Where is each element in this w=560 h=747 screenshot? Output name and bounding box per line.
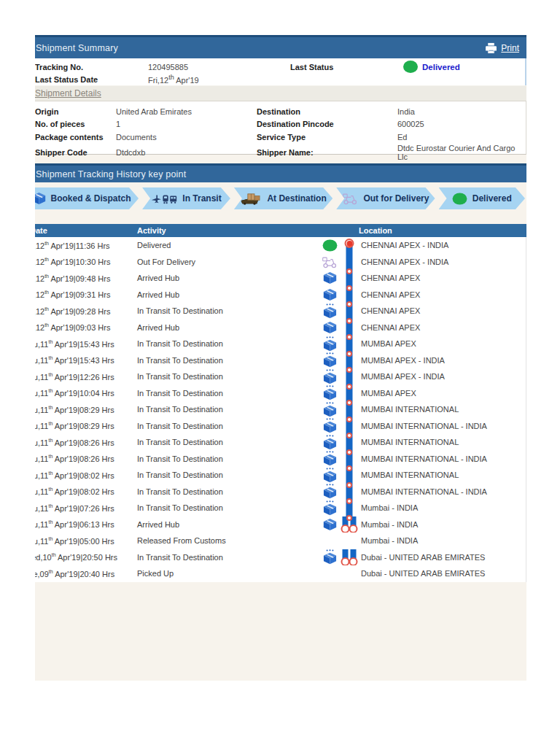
timeline-node (346, 417, 352, 422)
row-date: Thu,11th Apr'19|07:26 Hrs (35, 503, 137, 513)
row-date: Thu,11th Apr'19|10:04 Hrs (35, 388, 137, 398)
details-row: Package contentsDocumentsService TypeEd (35, 131, 526, 144)
box-transit-icon (319, 336, 340, 352)
package-box-transit-icon (323, 303, 337, 319)
delivery-scooter-icon (322, 255, 338, 268)
table-body: Fri,12th Apr'19|11:36 Hrs Delivered CHEN… (35, 237, 526, 582)
row-activity: In Transit To Destination (137, 553, 319, 562)
document-canvas: Shipment Summary Print Tracking No. 1204… (0, 0, 560, 747)
timeline-node (346, 465, 352, 471)
row-activity: In Transit To Destination (137, 356, 319, 365)
timeline-node (346, 318, 352, 324)
details-label: Shipper Name: (257, 148, 397, 157)
delivery-scooter-icon (342, 192, 358, 205)
timeline-node (346, 384, 352, 390)
row-activity: Released From Customs (137, 536, 319, 545)
row-location: Mumbai - INDIA (359, 503, 526, 512)
location-column-header: Location (359, 226, 526, 235)
timeline-node (346, 498, 352, 504)
last-status-date-label: Last Status Date (35, 75, 148, 84)
green-dot-icon (319, 239, 340, 252)
box-icon (319, 271, 340, 285)
package-box-icon (323, 321, 337, 334)
table-row: Tue,09th Apr'19|20:40 Hrs Picked Up Duba… (35, 565, 526, 582)
row-date: Thu,11th Apr'19|05:00 Hrs (35, 536, 137, 546)
row-activity: Arrived Hub (137, 323, 319, 332)
row-activity: In Transit To Destination (137, 503, 319, 512)
table-row: Fri,12th Apr'19|09:03 Hrs Arrived Hub CH… (35, 320, 526, 336)
table-row: Fri,12th Apr'19|09:31 Hrs Arrived Hub CH… (35, 287, 526, 303)
row-date: Fri,12th Apr'19|09:48 Hrs (35, 274, 137, 283)
row-location: Mumbai - INDIA (359, 520, 526, 529)
details-value: United Arab Emirates (116, 107, 257, 116)
timeline-node (346, 334, 352, 340)
details-label: Service Type (257, 133, 397, 142)
table-header-row: Date Activity Location (35, 224, 526, 237)
package-box-transit-icon (323, 402, 337, 417)
timeline-node (346, 367, 352, 373)
row-date: Thu,11th Apr'19|08:02 Hrs (35, 487, 137, 496)
package-box-transit-icon (323, 451, 337, 466)
row-location: CHENNAI APEX (359, 274, 526, 282)
package-box-transit-icon (323, 336, 337, 352)
row-location: CHENNAI APEX (359, 290, 526, 299)
tracking-no-value: 120495885 (148, 63, 279, 71)
details-label: No. of pieces (35, 120, 116, 128)
row-activity: In Transit To Destination (137, 306, 319, 315)
row-date: Thu,11th Apr'19|12:26 Hrs (35, 372, 137, 382)
box-transit-icon (319, 352, 340, 368)
row-activity: In Transit To Destination (137, 405, 319, 414)
details-label: Package contents (35, 133, 116, 142)
row-activity: Arrived Hub (137, 290, 319, 299)
box-icon (319, 518, 340, 531)
row-location: MUMBAI APEX - INDIA (359, 356, 526, 365)
timeline-segment (340, 237, 359, 254)
step-label: In Transit (182, 193, 221, 204)
progress-step-delivered: Delivered (439, 187, 525, 209)
details-value: Dtdc Eurostar Courier And Cargo Llc (397, 144, 526, 161)
row-location: Dubai - UNITED ARAB EMIRATES (359, 553, 526, 562)
row-location: MUMBAI INTERNATIONAL - INDIA (359, 454, 526, 463)
row-activity: Arrived Hub (137, 274, 319, 282)
package-box-transit-icon (323, 549, 337, 565)
progress-steps: Booked & Dispatch In Transit At Destinat… (35, 187, 526, 209)
row-activity: In Transit To Destination (137, 471, 319, 479)
step-label: At Destination (267, 193, 326, 204)
box-transit-icon (319, 468, 340, 483)
row-date: Fri,12th Apr'19|09:28 Hrs (35, 306, 137, 316)
timeline-segment (340, 565, 359, 582)
tracking-no-label: Tracking No. (35, 63, 148, 71)
box-transit-icon (319, 303, 340, 319)
table-row: Thu,11th Apr'19|08:29 Hrs In Transit To … (35, 401, 526, 418)
shipment-summary-header: Shipment Summary Print (35, 35, 526, 58)
details-row: No. of pieces1Destination Pincode600025 (35, 118, 526, 131)
table-row: Thu,11th Apr'19|08:29 Hrs In Transit To … (35, 418, 526, 435)
timeline-segment (340, 533, 359, 549)
shipment-summary-title: Shipment Summary (36, 43, 118, 53)
row-activity: Out For Delivery (137, 258, 319, 266)
table-row: Fri,12th Apr'19|11:36 Hrs Delivered CHEN… (35, 237, 526, 254)
scooter-icon (319, 255, 340, 268)
box-transit-icon (319, 484, 340, 499)
row-location: MUMBAI APEX - INDIA (359, 372, 526, 381)
shipment-summary-body: Tracking No. 120495885 Last Status Deliv… (35, 58, 526, 85)
print-label: Print (501, 43, 519, 53)
box-transit-icon (319, 435, 340, 450)
progress-step-at-destination: At Destination (234, 187, 332, 209)
timeline-node (346, 268, 352, 274)
row-activity: Picked Up (137, 569, 319, 578)
row-activity: Delivered (137, 241, 319, 249)
table-row: Wed,10th Apr'19|20:50 Hrs In Transit To … (35, 549, 526, 566)
progress-step-in-transit: In Transit (142, 187, 230, 209)
package-box-transit-icon (323, 352, 337, 368)
box-on-truck-icon (240, 193, 262, 205)
details-value: India (397, 107, 526, 116)
table-row: Thu,11th Apr'19|07:26 Hrs In Transit To … (35, 500, 526, 516)
row-date: Fri,12th Apr'19|09:03 Hrs (35, 322, 137, 332)
row-activity: In Transit To Destination (137, 487, 319, 496)
print-button[interactable]: Print (485, 42, 519, 54)
table-row: Thu,11th Apr'19|08:26 Hrs In Transit To … (35, 434, 526, 451)
table-row: Thu,11th Apr'19|15:43 Hrs In Transit To … (35, 336, 526, 352)
box-transit-icon (319, 369, 340, 384)
row-date: Tue,09th Apr'19|20:40 Hrs (35, 569, 137, 578)
